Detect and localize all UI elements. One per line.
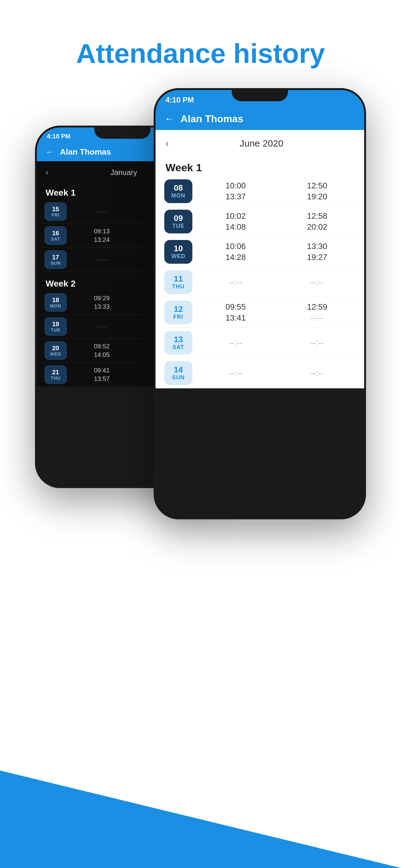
- table-row: 12 FRI 09:55 12:59 13:41 --:--: [156, 298, 364, 328]
- day-number: 11: [174, 274, 183, 283]
- day-number: 17: [52, 254, 59, 260]
- day-badge: 14 SUN: [164, 361, 192, 385]
- day-badge: 11 THU: [164, 270, 192, 294]
- back-button-back[interactable]: ←: [45, 148, 54, 156]
- times-block: 10:02 12:58 14:08 20:02: [197, 211, 356, 232]
- day-badge: 18 MON: [44, 293, 67, 312]
- day-badge: 10 WED: [164, 240, 192, 264]
- month-nav-front: ‹ June 2020: [156, 130, 364, 157]
- time-val: --:--: [279, 313, 356, 323]
- back-button-front[interactable]: ←: [164, 114, 174, 124]
- time-val: 13:33: [71, 303, 133, 310]
- week1-label-front: Week 1: [156, 157, 364, 176]
- time-val: --:--: [279, 277, 356, 287]
- day-name: SAT: [51, 237, 60, 242]
- day-number: 18: [52, 297, 59, 303]
- day-badge: 19 TUE: [44, 317, 67, 336]
- time-val: 12:58: [279, 211, 356, 221]
- day-name: SUN: [51, 260, 61, 266]
- day-badge: 13 SAT: [164, 331, 192, 354]
- time-val: 20:02: [279, 222, 356, 232]
- day-badge: 08 MON: [164, 179, 192, 203]
- time-val: 13:30: [279, 242, 356, 251]
- time-val: 12:59: [279, 302, 356, 312]
- day-number: 16: [52, 230, 59, 237]
- time-val: 14:08: [197, 222, 274, 232]
- time-val: --:--: [197, 368, 274, 378]
- day-number: 13: [174, 335, 183, 344]
- time-val: 10:06: [197, 242, 274, 251]
- day-badge: 12 FRI: [164, 301, 192, 324]
- day-number: 20: [52, 345, 59, 351]
- time-val: 09:41: [71, 367, 133, 374]
- day-badge: 09 TUE: [164, 210, 192, 234]
- time-val: 12:50: [279, 181, 356, 191]
- day-name: MON: [50, 303, 61, 308]
- time-val: 13:57: [71, 375, 133, 382]
- time-val: 09:13: [71, 228, 133, 235]
- status-time-front: 4:10 PM: [166, 96, 194, 104]
- times-block: --:-- --:--: [197, 368, 356, 378]
- time-val: 09:55: [197, 302, 274, 312]
- status-time-back: 4:10 PM: [47, 133, 71, 140]
- prev-month-front[interactable]: ‹: [166, 137, 169, 149]
- time-val: 14:05: [71, 351, 133, 359]
- table-row: 09 TUE 10:02 12:58 14:08 20:02: [156, 207, 364, 237]
- month-title-front: June 2020: [169, 138, 354, 149]
- time-val: 13:41: [197, 313, 274, 323]
- day-name: TUE: [51, 328, 61, 333]
- bottom-background: [0, 706, 401, 868]
- day-number: 10: [174, 244, 183, 253]
- times-block: --:-- --:--: [197, 277, 356, 287]
- time-val: --:--: [279, 338, 356, 348]
- user-name-back: Alan Thomas: [60, 147, 111, 157]
- time-val: --:--: [71, 256, 133, 264]
- day-badge: 17 SUN: [44, 250, 67, 269]
- day-name: MON: [171, 192, 186, 199]
- day-number: 12: [174, 305, 183, 314]
- times-block: 09:55 12:59 13:41 --:--: [197, 302, 356, 323]
- phone-front: 4:10 PM ← Alan Thomas ‹ June 2020 Week 1…: [154, 88, 366, 519]
- time-val: --:--: [71, 323, 133, 330]
- day-number: 08: [174, 183, 183, 192]
- time-val: 09:52: [71, 343, 133, 350]
- table-row: 08 MON 10:00 12:50 13:37 19:20: [156, 176, 364, 207]
- times-block: 10:00 12:50 13:37 19:20: [197, 181, 356, 202]
- day-name: THU: [51, 376, 61, 380]
- day-name: SAT: [172, 344, 184, 350]
- time-val: --:--: [197, 277, 274, 287]
- day-name: WED: [171, 253, 186, 260]
- time-val: 10:00: [197, 181, 274, 191]
- table-row: 11 THU --:-- --:--: [156, 267, 364, 298]
- time-val: --:--: [71, 208, 133, 215]
- page-title-section: Attendance history: [0, 0, 401, 88]
- time-val: 13:24: [71, 236, 133, 243]
- day-name: TUE: [172, 223, 185, 229]
- phone-notch-front: [232, 90, 288, 101]
- day-name: FRI: [173, 314, 183, 320]
- phones-container: 4:10 PM ← Alan Thomas ‹ January Week 1 1…: [0, 88, 401, 519]
- day-number: 09: [174, 214, 183, 223]
- time-val: 19:20: [279, 192, 356, 202]
- day-badge: 20 WED: [44, 341, 67, 360]
- day-name: FRI: [52, 213, 60, 217]
- phone-notch-back: [94, 127, 151, 139]
- day-number: 14: [174, 365, 183, 374]
- time-val: 13:37: [197, 192, 274, 202]
- times-block: --:-- --:--: [197, 338, 356, 348]
- day-number: 15: [52, 206, 59, 213]
- page-title: Attendance history: [0, 37, 401, 69]
- day-name: WED: [50, 351, 61, 356]
- table-row: 10 WED 10:06 13:30 14:28 19:27: [156, 237, 364, 267]
- day-badge: 15 FRI: [44, 202, 67, 221]
- time-val: 19:27: [279, 252, 356, 262]
- day-badge: 16 SAT: [44, 226, 67, 245]
- prev-month-back[interactable]: ‹: [45, 167, 48, 177]
- table-row: 14 SUN --:-- --:--: [156, 358, 364, 389]
- time-val: 14:28: [197, 252, 274, 262]
- user-name-front: Alan Thomas: [180, 113, 243, 125]
- day-name: SUN: [172, 374, 185, 381]
- app-header-front: ← Alan Thomas: [156, 107, 364, 130]
- day-number: 21: [52, 369, 59, 376]
- time-val: --:--: [197, 338, 274, 348]
